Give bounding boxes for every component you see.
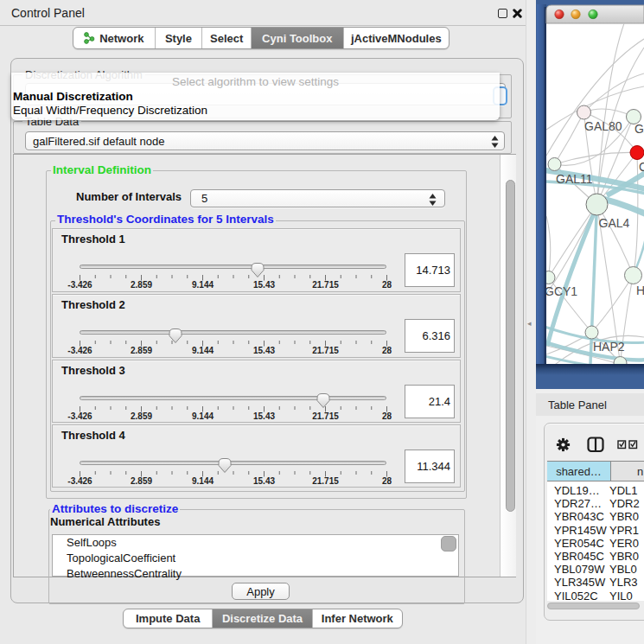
svg-text:HAP2: HAP2 bbox=[593, 340, 625, 354]
svg-text:CDC2: CDC2 bbox=[639, 160, 644, 174]
svg-text:GCY1: GCY1 bbox=[545, 284, 577, 298]
svg-text:GAL4: GAL4 bbox=[599, 216, 630, 230]
svg-text:GAL80: GAL80 bbox=[584, 119, 622, 133]
svg-text:HIS4: HIS4 bbox=[636, 284, 644, 297]
svg-text:GAL11: GAL11 bbox=[556, 172, 593, 186]
svg-text:GAL1: GAL1 bbox=[634, 122, 644, 136]
